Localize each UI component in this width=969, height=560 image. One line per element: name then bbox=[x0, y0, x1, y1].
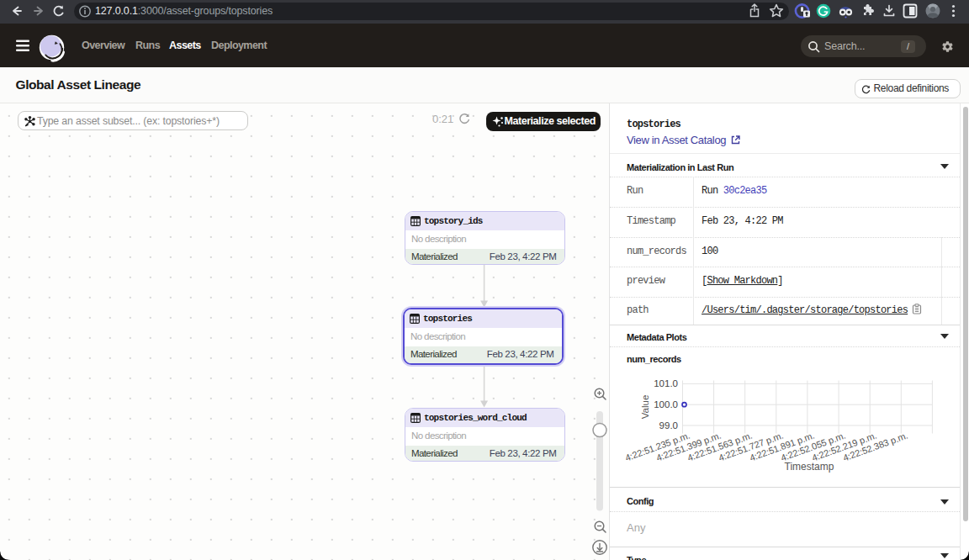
svg-text:Timestamp: Timestamp bbox=[785, 461, 834, 473]
svg-text:101.0: 101.0 bbox=[654, 378, 678, 388]
svg-text:100.0: 100.0 bbox=[654, 399, 678, 409]
svg-text:Value: Value bbox=[640, 395, 650, 420]
svg-text:99.0: 99.0 bbox=[659, 420, 678, 431]
